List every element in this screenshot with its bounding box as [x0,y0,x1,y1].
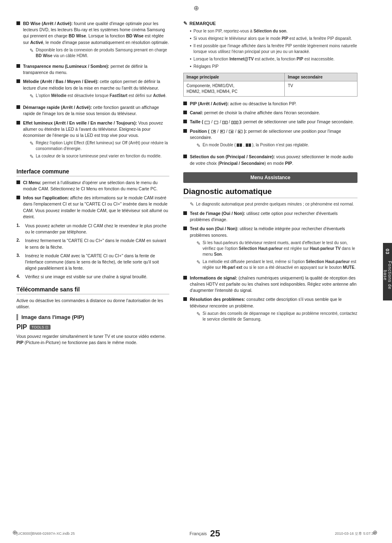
list-item: 3. Insérez le module CAM avec la "CARTE … [16,253,169,272]
resolution-label: Résolution des problèmes: [190,297,245,302]
list-item: PIP (Arrêt / Activé): active ou désactiv… [183,101,357,107]
bd-wise-label: BD Wise (Arrêt / Activé): [23,21,73,26]
num-label: 3. [16,253,23,258]
bullet-icon [183,111,187,114]
note-item: ✎ Disponible lors de la connexion de pro… [30,47,169,59]
bullet-icon [183,102,187,105]
page-footer: [UC8000]BN68-02697A-XC.indb 25 Français … [0,528,392,539]
bullet-icon [16,79,20,83]
note-text: Si vous éteignez le téléviseur alors que… [194,36,352,42]
note-text: Pour le son PIP, reportez-vous à Sélecti… [194,28,288,34]
transparence-label: Transparence menu (Lumineux / Sombre): [23,64,109,69]
double-icon-2 [246,143,251,147]
list-item: Test du son (Oui / Non): utilisez la mél… [183,226,357,272]
num-text: Vérifiez si une image est visible sur un… [25,274,148,280]
bullet-icon [183,155,187,158]
taille-icon-1 [205,121,210,124]
table-cell-main: Componente, HDMI1/DVI,HDMI2, HDMI3, HDMI… [184,81,285,97]
bullet-dot: • [190,36,191,41]
list-item: 1. Vous pouvez acheter un module CI CAM … [16,223,169,235]
list-item: Position ( / / / ): permet de sélecti [183,128,357,151]
interface-commune-title: Interface commune [16,168,169,176]
note-text: La couleur de la source lumineuse peut v… [36,153,161,159]
note-item: • Lorsque la fonction Internet@TV est ac… [190,56,357,62]
note-text: La mélodie est diffusée pendant le test,… [203,259,357,270]
remarque-title: REMARQUE [189,21,216,26]
position-end: ): [244,129,247,134]
bullet-dot: • [190,43,191,48]
note-text: Il est possible que l'image affichée dan… [194,43,357,55]
note-item: ✎ L'option Mélodie est désactivée lorsqu… [30,93,169,100]
image-dans-container: Image dans l'image (PIP) [16,314,169,320]
list-item: Informations de signal: (chaînes numériq… [183,275,357,294]
list-item: Sélection du son (Principal / Secondaire… [183,154,357,166]
note-text: Si les haut-parleurs du téléviseur reste… [203,240,357,257]
note-item: • Réglages PIP [190,64,357,69]
menu-assistance-title: Menu Assistance [250,175,291,180]
image-dans-title: Image dans l'image (PIP) [21,314,169,320]
note-item: ✎ La couleur de la source lumineuse peut… [30,153,169,160]
test-son-label: Test du son (Oui / Non): [190,226,238,231]
note-pencil-icon: ✎ [30,93,34,100]
num-text: Insérez fermement la "CARTE CI ou CI+" d… [25,238,169,250]
footer-file-label: [UC8000]BN68-02697A-XC.indb 25 [16,531,75,536]
pos-sep-2: / [226,129,228,134]
pos-sep-3: / [235,129,238,134]
note-item: • Si vous éteignez le téléviseur alors q… [190,36,357,42]
side-tab-label: Fonctions de base [383,256,392,295]
bullet-icon [16,64,20,68]
bullet-icon [16,180,20,184]
infos-label: Infos sur l'application: [23,195,69,200]
num-label: 1. [16,223,23,228]
note-pencil-icon: ✎ [196,311,201,318]
selection-son-label: Sélection du son (Principal / Secondaire… [190,154,275,159]
bullet-icon [183,211,187,215]
num-label: 2. [16,238,23,243]
list-item: Taille ( / / / ): permet de sélectionner… [183,119,357,125]
bullet-dot: • [190,28,191,33]
taille-icon-2 [214,121,218,124]
num-text: Vous pouvez acheter un module CI CAM che… [25,223,169,235]
canal-label: Canal: [190,110,203,115]
side-tab-number: 03 [385,249,390,254]
telecommande-title: Télécommande sans fil [16,286,169,294]
note-pencil-icon: ✎ [196,259,201,266]
melodie-label: Mélodie (Arrêt / Bas / Moyen / Elevé): [23,79,99,84]
note-item: ✎ Si les haut-parleurs du téléviseur res… [196,240,357,257]
note-item: • Il est possible que l'image affichée d… [190,43,357,55]
left-column: BD Wise (Arrêt / Activé): fournit une qu… [0,12,177,531]
bullet-icon [183,120,187,123]
bullet-icon [183,129,187,133]
note-item: ✎ La mélodie est diffusée pendant le tes… [196,259,357,270]
table-row: Componente, HDMI1/DVI,HDMI2, HDMI3, HDMI… [184,81,357,97]
test-image-label: Test de l'image (Oui / Non): [190,211,245,216]
footer-center: Français 25 [189,528,220,539]
table-cell-secondary: TV [285,81,357,97]
note-item: ✎ Si aucun des conseils de dépannage ne … [196,311,357,322]
effet-label: Effet lumineux (Arrêt / En veille / En m… [23,120,137,125]
footer-page-number: 25 [210,528,220,539]
note-pencil-icon: ✎ [190,201,194,207]
list-item: Test de l'image (Oui / Non): utilisez ce… [183,210,357,223]
list-item: 2. Insérez fermement la "CARTE CI ou CI+… [16,238,169,250]
pip-table: Image principale Image secondaire Compon… [183,73,357,97]
telecommande-text: Active ou désactive les commandes à dist… [16,298,169,310]
table-header-secondary: Image secondaire [285,73,357,81]
taille-icon-4-wrap [231,121,238,124]
note-pencil-icon: ✎ [30,47,34,54]
bullet-dot: • [190,56,191,61]
list-item: Infos sur l'application: affiche des inf… [16,195,169,220]
pos-icon-3 [229,130,233,133]
taille-end: ): [240,119,242,124]
note-pencil-icon: ✎ [183,21,187,26]
list-item: Mélodie (Arrêt / Bas / Moyen / Elevé): c… [16,79,169,102]
menu-assistance-bar: Menu Assistance [183,172,357,183]
bullet-icon [183,297,187,301]
list-item: CI Menu: permet à l'utilisateur d'opérer… [16,180,169,192]
list-item: Effet lumineux (Arrêt / En veille / En m… [16,120,169,162]
note-text: Disponible lors de la connexion de produ… [36,47,169,59]
remarque-section: ✎ REMARQUE • Pour le son PIP, reportez-v… [183,21,357,69]
pos-icon-2 [220,130,225,133]
list-item: Transparence menu (Lumineux / Sombre): p… [16,63,169,76]
diagnostic-title: Diagnostic automatique [183,187,357,198]
